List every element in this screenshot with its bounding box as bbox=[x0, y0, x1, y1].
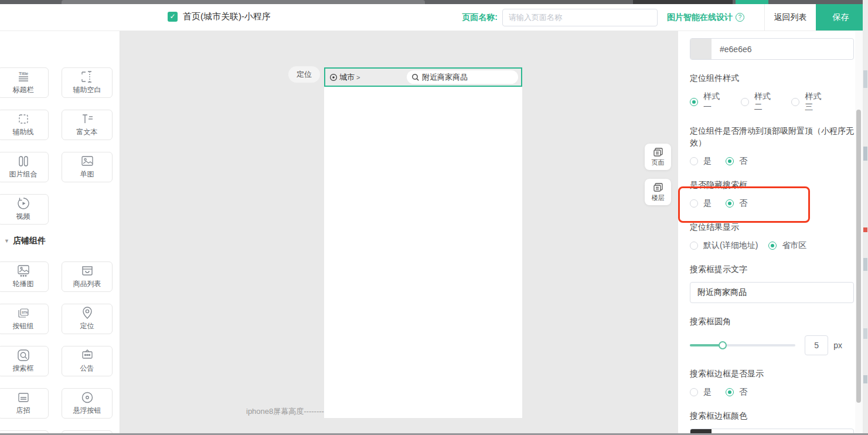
smart-design-link-text: 图片智能在线设计 bbox=[667, 12, 733, 23]
slider-fill bbox=[690, 344, 723, 346]
radio-dot bbox=[726, 199, 734, 208]
radio-sticky-yes[interactable]: 是 bbox=[690, 156, 712, 166]
radio-sticky-no[interactable]: 否 bbox=[726, 156, 747, 166]
component-card-label: 图片组合 bbox=[9, 169, 38, 179]
city-selector[interactable]: 城市 > bbox=[329, 72, 360, 83]
radio-style-2[interactable]: 样式二 bbox=[741, 91, 778, 113]
component-card-location[interactable]: 定位 bbox=[62, 304, 113, 334]
component-card-title-bar[interactable]: Title 标题栏 bbox=[0, 67, 49, 98]
component-card-carousel[interactable]: 轮播图 bbox=[0, 261, 49, 292]
location-icon bbox=[81, 307, 94, 320]
collapse-triangle-icon: ▼ bbox=[4, 238, 9, 244]
component-card-label: 单图 bbox=[80, 169, 94, 179]
search-radius-control: px bbox=[690, 335, 842, 355]
carousel-icon bbox=[16, 264, 31, 277]
page-checkbox-group[interactable]: ✓ 首页(城市关联)-小程序 bbox=[168, 11, 271, 22]
section-store-components[interactable]: ▼ 店铺组件 bbox=[4, 236, 46, 246]
sliver-fragment bbox=[863, 258, 867, 271]
product-list-icon bbox=[80, 264, 94, 277]
pages-float-button[interactable]: 页面 bbox=[645, 144, 671, 170]
radius-unit-label: px bbox=[833, 341, 842, 350]
component-card-video[interactable]: 视频 bbox=[0, 194, 49, 225]
component-card-label: 富文本 bbox=[77, 127, 98, 137]
floors-icon bbox=[652, 182, 664, 193]
component-card-label: 商品列表 bbox=[73, 279, 101, 289]
back-to-list-button[interactable]: 返回列表 bbox=[764, 4, 816, 30]
component-card-rich-text[interactable]: 富文本 bbox=[62, 110, 113, 140]
field-label-location-result: 定位结果显示 bbox=[690, 221, 854, 233]
floors-button-label: 楼层 bbox=[652, 193, 665, 202]
search-border-radio-group: 是 否 bbox=[690, 387, 842, 397]
radio-hide-search-yes[interactable]: 是 bbox=[690, 198, 712, 209]
radio-result-default[interactable]: 默认(详细地址) bbox=[690, 240, 758, 251]
location-result-radio-group: 默认(详细地址) 省市区 bbox=[690, 240, 842, 251]
field-label-hide-search: 是否隐藏搜索框 bbox=[690, 179, 854, 191]
component-card-store-sign[interactable]: 店招 bbox=[0, 388, 49, 419]
chevron-right-icon: > bbox=[356, 74, 360, 81]
color-swatch[interactable] bbox=[690, 39, 712, 59]
slider-thumb[interactable] bbox=[719, 341, 727, 349]
component-card-single-image[interactable]: 单图 bbox=[62, 152, 113, 182]
component-card-label: 标题栏 bbox=[13, 85, 34, 95]
divider-line-icon bbox=[16, 113, 30, 125]
sliver-fragment bbox=[863, 375, 867, 383]
store-sign-icon bbox=[16, 391, 31, 404]
component-card-label: 辅助空白 bbox=[73, 85, 101, 95]
radio-hide-search-no[interactable]: 否 bbox=[726, 198, 747, 209]
radio-style-1[interactable]: 样式一 bbox=[690, 91, 727, 113]
component-card-float-button[interactable]: 悬浮按钮 bbox=[62, 388, 113, 419]
save-button[interactable]: 保存 bbox=[816, 4, 866, 30]
component-card-button-group[interactable]: BTN 按钮组 bbox=[0, 304, 49, 334]
page-checkbox[interactable]: ✓ bbox=[168, 12, 178, 22]
page-builder-app: ✓ 首页(城市关联)-小程序 页面名称: 图片智能在线设计 ? 返回列表 保存 … bbox=[0, 0, 868, 435]
radius-number-input[interactable] bbox=[805, 335, 828, 355]
component-card-label: 按钮组 bbox=[13, 321, 34, 331]
component-card-label: 辅助线 bbox=[13, 127, 34, 137]
radio-dot bbox=[690, 199, 698, 208]
location-pin-icon bbox=[329, 73, 338, 81]
radio-border-no[interactable]: 否 bbox=[726, 387, 747, 397]
component-card-blank-space[interactable]: 辅助空白 bbox=[62, 67, 113, 98]
pages-button-label: 页面 bbox=[652, 158, 665, 167]
radius-slider[interactable] bbox=[690, 344, 795, 346]
city-label: 城市 bbox=[339, 72, 355, 83]
header-actions: 页面名称: 图片智能在线设计 ? 返回列表 保存 bbox=[462, 4, 868, 30]
field-label-sticky-top: 定位组件是否滑动到顶部吸附置顶（小程序无效） bbox=[690, 125, 854, 148]
radio-dot bbox=[726, 157, 734, 165]
selected-location-component[interactable]: 城市 > 附近商家商品 bbox=[324, 67, 522, 87]
float-button-icon bbox=[80, 391, 94, 404]
hide-search-radio-group: 是 否 bbox=[690, 198, 842, 209]
title-bar-icon: Title bbox=[16, 70, 31, 83]
component-card-label: 店招 bbox=[16, 406, 30, 416]
background-tab-fragment bbox=[62, 0, 425, 4]
radio-border-yes[interactable]: 是 bbox=[690, 387, 712, 397]
page-name-input[interactable] bbox=[502, 9, 658, 26]
component-card-divider-line[interactable]: 辅助线 bbox=[0, 110, 49, 140]
radio-dot bbox=[690, 157, 698, 165]
radio-dot bbox=[741, 98, 749, 106]
radio-dot bbox=[690, 98, 698, 106]
component-card-image-group[interactable]: 图片组合 bbox=[0, 152, 49, 182]
component-card-notice[interactable]: 公告 bbox=[62, 346, 113, 376]
search-hint-input[interactable] bbox=[690, 282, 854, 303]
preview-search-box[interactable]: 附近商家商品 bbox=[407, 70, 518, 84]
background-window-right-strip bbox=[863, 0, 868, 435]
settings-panel: #e6e6e6 定位组件样式 样式一 样式二 样式三 定位组件是否滑动到顶部吸附… bbox=[678, 31, 856, 435]
help-icon[interactable]: ? bbox=[736, 13, 744, 22]
page-checkbox-label: 首页(城市关联)-小程序 bbox=[183, 11, 271, 22]
field-label-border-color: 搜索框边框颜色 bbox=[690, 410, 854, 422]
radio-result-province-city[interactable]: 省市区 bbox=[768, 240, 806, 251]
component-card-product-list[interactable]: 商品列表 bbox=[62, 261, 113, 292]
background-window-top-strip bbox=[0, 0, 868, 4]
rich-text-icon bbox=[80, 113, 95, 125]
single-image-icon bbox=[80, 155, 95, 168]
section-title: 店铺组件 bbox=[13, 236, 46, 246]
radio-style-3[interactable]: 样式三 bbox=[791, 91, 828, 113]
floors-float-button[interactable]: 楼层 bbox=[645, 179, 671, 205]
smart-design-link[interactable]: 图片智能在线设计 ? bbox=[667, 12, 744, 23]
component-tag-location: 定位 bbox=[288, 66, 320, 83]
component-card-search-box[interactable]: 搜索框 bbox=[0, 346, 49, 376]
background-color-picker[interactable]: #e6e6e6 bbox=[690, 38, 854, 60]
panel-scrollbar-thumb[interactable] bbox=[856, 110, 861, 403]
search-icon bbox=[411, 73, 420, 81]
